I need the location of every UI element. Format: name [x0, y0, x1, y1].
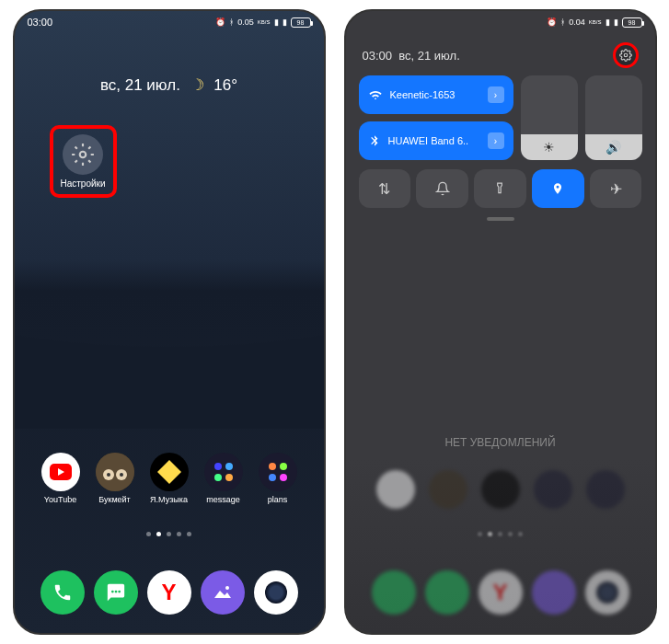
gear-icon — [619, 49, 632, 62]
svg-point-2 — [96, 453, 134, 491]
svg-point-9 — [214, 474, 222, 481]
chevron-right-icon[interactable]: › — [488, 86, 504, 103]
net-unit: KB/S — [589, 19, 602, 25]
folder-icon — [259, 453, 297, 491]
blur-dock: Y — [346, 570, 655, 615]
dnd-tile[interactable] — [416, 169, 468, 208]
svg-point-10 — [225, 474, 233, 481]
status-right: ⏰ ᚼ 0.04 KB/S ▮ ▮ 98 — [547, 17, 641, 28]
dock: Y — [15, 570, 324, 615]
signal-icon: ▮ — [606, 17, 610, 27]
svg-point-12 — [280, 463, 287, 470]
lens-icon — [265, 581, 287, 604]
svg-point-18 — [225, 586, 229, 590]
svg-point-15 — [110, 591, 113, 593]
volume-level: 🔊 — [585, 134, 642, 160]
settings-label: Настройки — [61, 178, 106, 189]
page-indicator[interactable] — [15, 532, 324, 536]
panel-datetime: 03:00 вс, 21 июл. — [363, 49, 460, 63]
blur-apps — [346, 470, 655, 509]
no-notifications-text: НЕТ УВЕДОМЛЕНИЙ — [346, 436, 655, 449]
dot-active — [156, 532, 161, 536]
net-speed: 0.05 — [237, 17, 254, 27]
bt-name: HUAWEI Band 6.. — [388, 135, 469, 146]
svg-point-11 — [269, 463, 276, 470]
svg-point-7 — [214, 463, 222, 470]
status-bar: 03:00 ⏰ ᚼ 0.05 KB/S ▮ ▮ 98 — [15, 11, 324, 33]
status-time: 03:00 — [28, 17, 53, 28]
status-right: ⏰ ᚼ 0.05 KB/S ▮ ▮ 98 — [215, 17, 310, 28]
brightness-level: ☀ — [521, 134, 578, 160]
home-screen: 03:00 ⏰ ᚼ 0.05 KB/S ▮ ▮ 98 вс, 21 июл. ☽… — [13, 9, 326, 635]
youtube-icon — [41, 453, 80, 491]
wifi-name: Keenetic-1653 — [390, 89, 456, 100]
dot — [146, 532, 151, 536]
app-youtube[interactable]: YouTube — [36, 453, 86, 504]
brightness-slider[interactable]: ☀ — [521, 75, 578, 160]
airplane-tile[interactable]: ✈ — [590, 169, 642, 208]
yamusic-icon — [150, 453, 189, 491]
svg-point-16 — [114, 591, 117, 593]
svg-point-0 — [80, 152, 87, 158]
app-plans[interactable]: plans — [253, 453, 303, 504]
app-bookmate[interactable]: Букмейт — [90, 453, 140, 504]
dot — [187, 532, 191, 536]
flashlight-tile[interactable] — [474, 169, 526, 208]
qs-row-2: ⇅ ✈ — [359, 169, 642, 208]
alarm-icon: ⏰ — [215, 17, 225, 27]
signal-icon: ▮ — [274, 17, 279, 27]
app-message[interactable]: message — [199, 453, 248, 504]
signal-icon-2: ▮ — [614, 17, 618, 27]
temp-text: 16° — [213, 76, 237, 94]
status-bar: ⏰ ᚼ 0.04 KB/S ▮ ▮ 98 — [346, 11, 655, 33]
svg-point-14 — [280, 474, 287, 481]
svg-point-5 — [107, 473, 110, 477]
location-tile[interactable] — [532, 169, 584, 208]
settings-app-highlight[interactable]: Настройки — [50, 125, 117, 198]
bluetooth-tile[interactable]: HUAWEI Band 6.. › — [359, 121, 513, 160]
svg-point-8 — [225, 463, 233, 470]
blur-dots — [346, 532, 655, 536]
battery-icon: 98 — [622, 17, 642, 28]
dock-messages[interactable] — [94, 570, 138, 615]
app-row: YouTube Букмейт Я.Музыка message — [15, 453, 324, 504]
chevron-right-icon[interactable]: › — [488, 132, 504, 149]
svg-point-6 — [120, 473, 123, 477]
volume-slider[interactable]: 🔊 — [585, 75, 642, 160]
dock-gallery[interactable] — [201, 570, 245, 615]
bluetooth-icon — [368, 134, 381, 147]
panel-header: 03:00 вс, 21 июл. — [346, 42, 655, 68]
net-speed: 0.04 — [569, 17, 585, 27]
date-weather-widget[interactable]: вс, 21 июл. ☽ 16° — [15, 75, 324, 95]
qs-row-1: Keenetic-1653 › HUAWEI Band 6.. › ☀ 🔊 — [359, 75, 642, 160]
qs-tiles-left: Keenetic-1653 › HUAWEI Band 6.. › — [359, 75, 513, 160]
blur-background: Y — [346, 458, 655, 633]
wifi-icon — [368, 87, 383, 102]
svg-point-17 — [118, 591, 121, 593]
net-unit: KB/S — [258, 19, 271, 25]
bluetooth-icon: ᚼ — [560, 17, 565, 27]
dock-camera[interactable] — [254, 570, 298, 615]
battery-icon: 98 — [291, 17, 311, 28]
drag-handle[interactable] — [487, 217, 514, 221]
dot — [177, 532, 181, 536]
bookmate-icon — [96, 453, 134, 491]
notification-panel: ⏰ ᚼ 0.04 KB/S ▮ ▮ 98 03:00 вс, 21 июл. — [344, 9, 657, 635]
dock-browser[interactable]: Y — [147, 570, 191, 615]
dot — [167, 532, 171, 536]
svg-point-19 — [624, 53, 628, 57]
wallpaper-wave — [15, 291, 324, 429]
settings-icon — [63, 134, 103, 175]
bluetooth-icon: ᚼ — [229, 17, 234, 27]
dock-phone[interactable] — [40, 570, 85, 615]
signal-icon-2: ▮ — [283, 17, 287, 27]
data-tile[interactable]: ⇅ — [359, 169, 411, 208]
moon-icon: ☽ — [190, 76, 204, 94]
wifi-tile[interactable]: Keenetic-1653 › — [359, 75, 513, 114]
date-text: вс, 21 июл. — [100, 76, 180, 94]
svg-point-13 — [269, 474, 276, 481]
folder-icon — [204, 453, 243, 491]
panel-settings-button[interactable] — [613, 42, 639, 68]
app-yamusic[interactable]: Я.Музыка — [144, 453, 194, 504]
alarm-icon: ⏰ — [547, 17, 557, 27]
